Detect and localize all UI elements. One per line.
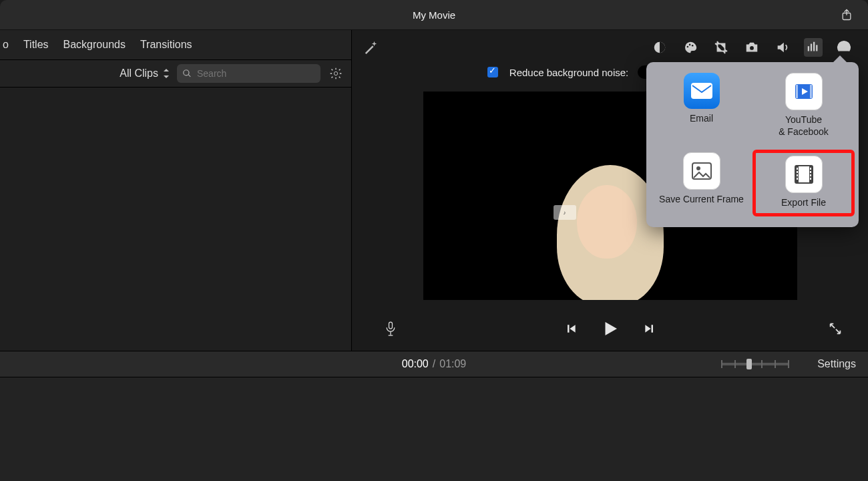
color-balance-button[interactable] — [650, 38, 669, 57]
camera-icon — [744, 40, 759, 55]
svg-rect-27 — [810, 174, 811, 176]
reduce-noise-checkbox[interactable] — [487, 67, 498, 77]
share-youtube-label: YouTube & Facebook — [779, 114, 829, 138]
svg-rect-15 — [810, 85, 812, 98]
media-tabs: o Titles Backgrounds Transitions — [0, 30, 351, 60]
frame-face — [577, 185, 637, 259]
share-youtube-facebook[interactable]: YouTube & Facebook — [752, 70, 855, 140]
playback-controls — [352, 319, 868, 341]
svg-rect-11 — [389, 322, 393, 329]
equalizer-icon — [806, 40, 821, 55]
settings-gear-button[interactable] — [327, 65, 345, 82]
current-time: 00:00 — [402, 358, 429, 370]
gauge-icon — [837, 40, 851, 55]
previous-button[interactable] — [564, 322, 578, 338]
svg-point-4 — [689, 44, 691, 46]
timeline-zoom-slider[interactable] — [721, 363, 788, 365]
color-correction-button[interactable] — [681, 38, 700, 57]
share-save-frame[interactable]: Save Current Frame — [650, 150, 752, 216]
share-icon — [840, 7, 853, 22]
svg-point-3 — [687, 46, 689, 48]
speed-button[interactable] — [835, 38, 853, 57]
playhead-time: 00:00 / 01:09 — [402, 358, 467, 370]
image-icon — [683, 152, 720, 190]
volume-button[interactable] — [773, 38, 792, 57]
svg-rect-26 — [810, 171, 811, 173]
window-title: My Movie — [413, 9, 455, 21]
fullscreen-button[interactable] — [828, 321, 843, 339]
chevron-updown-icon — [162, 69, 170, 78]
contrast-icon — [652, 40, 667, 55]
svg-rect-25 — [810, 168, 811, 170]
skip-forward-icon — [643, 322, 656, 335]
browser-toolbar: All Clips — [0, 60, 351, 88]
play-button[interactable] — [600, 319, 620, 341]
svg-rect-28 — [810, 178, 811, 180]
search-input[interactable] — [196, 67, 315, 79]
svg-rect-8 — [811, 44, 812, 51]
timeline-toolbar: 00:00 / 01:09 Settings — [0, 351, 868, 377]
titlebar: My Movie — [0, 0, 868, 30]
share-button[interactable] — [837, 7, 856, 23]
svg-rect-7 — [808, 46, 809, 51]
svg-rect-12 — [691, 83, 712, 99]
noise-reduction-button[interactable] — [804, 38, 823, 57]
share-popover: Email YouTube & Facebook Save Current Fr… — [646, 62, 859, 227]
share-email[interactable]: Email — [650, 70, 752, 140]
share-export-file-label: Export File — [781, 197, 826, 209]
skip-back-icon — [564, 322, 578, 335]
svg-rect-23 — [797, 174, 798, 176]
expand-icon — [828, 321, 843, 336]
zoom-knob[interactable] — [746, 359, 752, 369]
email-icon — [684, 73, 720, 109]
media-browser-area — [0, 88, 352, 351]
palette-icon — [683, 40, 698, 55]
tab-audio-partial[interactable]: o — [3, 39, 9, 51]
crop-button[interactable] — [712, 38, 730, 57]
svg-rect-24 — [797, 178, 798, 180]
svg-rect-9 — [813, 42, 815, 51]
tab-titles[interactable]: Titles — [23, 39, 49, 51]
timeline-settings-button[interactable]: Settings — [817, 358, 856, 370]
svg-rect-10 — [816, 45, 817, 51]
next-button[interactable] — [643, 322, 656, 338]
svg-point-5 — [692, 45, 694, 47]
share-export-file[interactable]: Export File — [752, 150, 855, 216]
voiceover-button[interactable] — [384, 320, 397, 340]
search-field[interactable] — [177, 64, 320, 83]
inspector-toolbar — [357, 35, 863, 59]
clips-filter-label: All Clips — [120, 67, 158, 79]
svg-point-17 — [696, 166, 700, 170]
share-save-frame-label: Save Current Frame — [659, 194, 744, 206]
tab-transitions[interactable]: Transitions — [140, 39, 192, 51]
film-icon — [785, 156, 823, 193]
speaker-icon — [775, 40, 790, 55]
svg-rect-14 — [796, 85, 798, 98]
gear-icon — [329, 67, 343, 80]
stabilization-button[interactable] — [742, 38, 761, 57]
reduce-noise-label: Reduce background noise: — [509, 67, 628, 78]
crop-icon — [714, 40, 728, 55]
enhance-wand-button[interactable] — [357, 35, 384, 59]
wand-icon — [363, 40, 378, 55]
share-email-label: Email — [690, 113, 713, 125]
svg-point-1 — [334, 71, 337, 75]
search-icon — [182, 69, 192, 78]
play-icon — [600, 319, 620, 339]
frame-watermark: ♪ — [554, 205, 576, 220]
clips-filter-dropdown[interactable]: All Clips — [120, 67, 170, 79]
total-duration: 01:09 — [439, 358, 466, 370]
svg-point-6 — [750, 46, 754, 50]
tab-backgrounds[interactable]: Backgrounds — [63, 39, 126, 51]
svg-rect-22 — [797, 171, 798, 173]
svg-rect-21 — [797, 168, 798, 170]
video-site-icon — [785, 73, 823, 110]
timeline-area[interactable] — [0, 377, 868, 481]
microphone-icon — [384, 320, 397, 337]
